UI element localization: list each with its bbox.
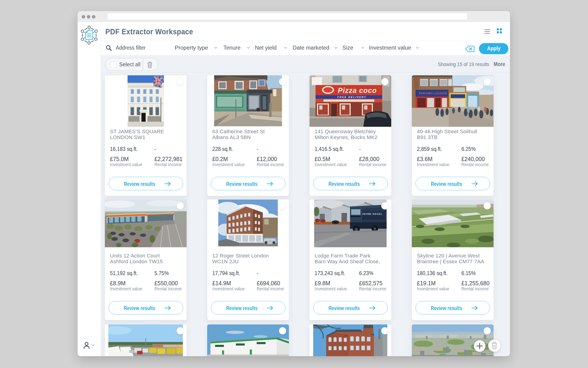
svg-text:PARAMO LOUNGE: PARAMO LOUNGE — [419, 92, 447, 95]
svg-text:Pizza coco: Pizza coco — [338, 86, 377, 94]
svg-text:KUEHNE NAGEL: KUEHNE NAGEL — [360, 212, 383, 215]
svg-text:FREE DELIVERY: FREE DELIVERY — [337, 96, 367, 99]
